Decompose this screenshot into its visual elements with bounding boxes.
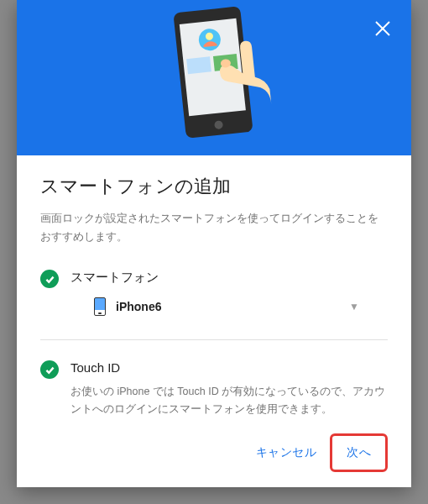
chevron-down-icon: ▼ bbox=[349, 301, 359, 312]
svg-rect-6 bbox=[186, 56, 211, 74]
dialog-actions: キャンセル 次へ bbox=[40, 430, 388, 477]
add-smartphone-dialog: スマートフォンの追加 画面ロックが設定されたスマートフォンを使ってログインするこ… bbox=[17, 0, 411, 487]
device-picker[interactable]: iPhone6 ▼ bbox=[70, 294, 388, 319]
dialog-body: スマートフォンの追加 画面ロックが設定されたスマートフォンを使ってログインするこ… bbox=[17, 155, 411, 487]
dialog-description: 画面ロックが設定されたスマートフォンを使ってログインすることをおすすめします。 bbox=[40, 209, 388, 246]
check-icon bbox=[40, 360, 59, 379]
dialog-title: スマートフォンの追加 bbox=[40, 174, 388, 199]
next-button[interactable]: 次へ bbox=[333, 437, 384, 469]
check-icon bbox=[40, 270, 59, 288]
cancel-button[interactable]: キャンセル bbox=[243, 437, 331, 469]
touch-id-description: お使いの iPhone では Touch ID が有効になっているので、アカウン… bbox=[70, 383, 388, 419]
touch-id-label: Touch ID bbox=[70, 360, 388, 375]
close-icon bbox=[373, 18, 393, 39]
divider bbox=[40, 339, 388, 340]
smartphone-label: スマートフォン bbox=[70, 270, 388, 286]
touch-id-section: Touch ID お使いの iPhone では Touch ID が有効になって… bbox=[40, 355, 388, 423]
hero-banner bbox=[17, 0, 411, 155]
phone-icon bbox=[94, 297, 106, 316]
smartphone-section: スマートフォン iPhone6 ▼ bbox=[40, 265, 388, 323]
close-button[interactable] bbox=[373, 18, 393, 42]
device-name: iPhone6 bbox=[116, 300, 161, 313]
phone-illustration bbox=[143, 1, 285, 155]
